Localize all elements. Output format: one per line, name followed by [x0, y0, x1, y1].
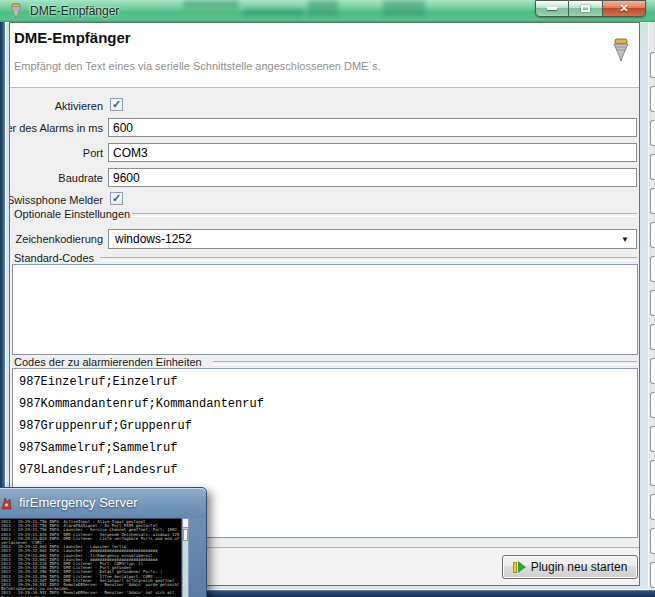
standard-codes-content	[13, 265, 637, 269]
background-window-button	[650, 494, 655, 520]
maximize-icon	[581, 5, 590, 12]
close-button[interactable]: ✕	[603, 0, 646, 17]
group-separator-line	[132, 213, 637, 217]
console-output[interactable]: 2013 - 19:29:31.756 INFO ActiveInput - A…	[0, 518, 182, 597]
background-window-button	[650, 392, 655, 418]
serial-connector-icon	[611, 38, 631, 62]
firemergency-server-window[interactable]: firEmergency Server 2013 - 19:29:31.756 …	[0, 487, 207, 597]
baudrate-label: Baudrate	[58, 172, 103, 184]
background-window-button	[650, 154, 655, 180]
encoding-value: windows-1252	[115, 232, 192, 246]
baudrate-field[interactable]	[108, 168, 637, 187]
aktivieren-checkbox[interactable]: ✓	[110, 98, 123, 111]
minimize-button[interactable]	[535, 0, 569, 17]
plugin-restart-button[interactable]: Plugin neu starten	[502, 555, 638, 579]
maximize-button[interactable]	[569, 0, 603, 17]
background-window-button	[650, 460, 655, 486]
glass-blur-patch	[308, 0, 338, 17]
port-field[interactable]	[108, 143, 637, 162]
unit-codes-group-title: Codes der zu alarmierenden Einheiten	[14, 356, 202, 368]
glass-blur-patch	[183, 0, 239, 9]
group-separator-line	[213, 361, 637, 365]
console-window-title: firEmergency Server	[19, 495, 137, 510]
window-title: DME-Empfänger	[30, 4, 119, 18]
swissphone-label: Swissphone Melder	[9, 194, 103, 206]
console-log-text: 2013 - 19:29:31.756 INFO ActiveInput - A…	[0, 519, 181, 597]
background-window-button	[650, 528, 655, 554]
background-window-edge	[649, 22, 655, 590]
encoding-label: Zeichenkodierung	[16, 233, 103, 245]
serial-connector-icon	[9, 3, 23, 19]
background-window-button	[650, 358, 655, 384]
alarm-duration-label: Dauer des Alarms in ms	[9, 122, 103, 134]
page-title: DME-Empfänger	[14, 29, 131, 46]
page-subtitle: Empfängt den Text eines via serielle Sch…	[14, 60, 381, 72]
encoding-dropdown[interactable]: windows-1252 ▼	[108, 229, 637, 249]
window-controls: ✕	[535, 0, 646, 17]
scroll-up-icon[interactable]	[183, 519, 188, 528]
standard-codes-group-title: Standard-Codes	[14, 252, 94, 264]
background-window-button	[650, 426, 655, 452]
chevron-down-icon: ▼	[621, 235, 629, 244]
console-titlebar[interactable]: firEmergency Server	[0, 488, 206, 518]
port-label: Port	[83, 147, 103, 159]
plugin-restart-label: Plugin neu starten	[531, 560, 628, 574]
background-window-button	[650, 120, 655, 146]
alarm-duration-field[interactable]	[108, 118, 637, 137]
background-window-button	[650, 290, 655, 316]
standard-codes-textarea[interactable]	[12, 264, 638, 355]
background-window-button	[650, 86, 655, 112]
glass-blur-patch	[383, 0, 425, 17]
plugin-header: DME-Empfänger Empfängt den Text eines vi…	[10, 23, 639, 88]
restart-play-icon	[513, 561, 526, 573]
background-window-button	[650, 188, 655, 214]
background-window-button	[650, 222, 655, 248]
checkmark-icon: ✓	[112, 193, 121, 203]
glass-blur-patch	[243, 9, 303, 17]
firemergency-logo-icon	[0, 496, 13, 510]
checkmark-icon: ✓	[112, 99, 121, 109]
minimize-icon	[547, 7, 557, 10]
background-window-button	[650, 256, 655, 282]
scrollbar-thumb[interactable]	[183, 529, 188, 541]
background-window-button	[650, 562, 655, 588]
background-window-button	[650, 52, 655, 78]
group-separator-line	[100, 257, 637, 261]
swissphone-checkbox[interactable]: ✓	[110, 192, 123, 205]
aktivieren-label: Aktivieren	[55, 100, 103, 112]
dialog-titlebar[interactable]: DME-Empfänger ✕	[0, 0, 655, 22]
unit-codes-content: 987Einzelruf;Einzelruf 987Kommandantenru…	[13, 369, 637, 483]
optional-settings-group-title: Optionale Einstellungen	[14, 208, 130, 220]
background-window-button	[650, 324, 655, 350]
console-scrollbar[interactable]	[182, 518, 189, 597]
close-icon: ✕	[619, 2, 628, 15]
